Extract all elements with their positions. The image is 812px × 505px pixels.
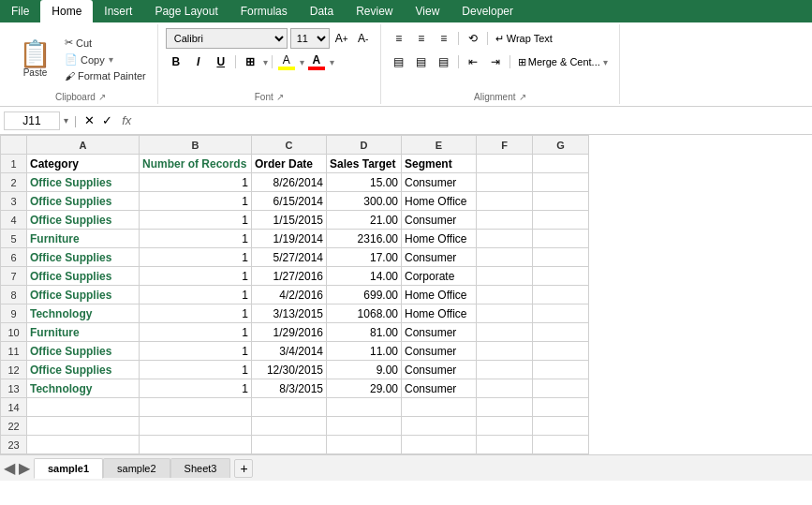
cell-a1[interactable]: Category	[27, 155, 140, 173]
row-number-1[interactable]: 1	[1, 155, 27, 173]
cell-empty-22-2[interactable]	[252, 417, 327, 436]
cell-d7[interactable]: 14.00	[327, 267, 402, 286]
fill-color-dropdown[interactable]: ▾	[300, 57, 304, 67]
cell-a7[interactable]: Office Supplies	[27, 267, 140, 286]
cell-g6[interactable]	[533, 248, 589, 267]
cell-b5[interactable]: 1	[140, 230, 252, 248]
col-header-c[interactable]: C	[252, 136, 327, 155]
row-number-7[interactable]: 7	[1, 267, 27, 286]
col-header-b[interactable]: B	[140, 136, 252, 155]
col-header-f[interactable]: F	[477, 136, 533, 155]
cell-e5[interactable]: Home Office	[402, 230, 477, 248]
cell-d8[interactable]: 699.00	[327, 286, 402, 304]
cell-a13[interactable]: Technology	[27, 379, 140, 398]
indent-decrease-button[interactable]: ⇤	[463, 52, 483, 72]
cell-b10[interactable]: 1	[140, 323, 252, 342]
cell-c8[interactable]: 4/2/2016	[252, 286, 327, 304]
row-number-9[interactable]: 9	[1, 304, 27, 323]
cell-g11[interactable]	[533, 342, 589, 361]
sheet-tab-sample2[interactable]: sample2	[103, 458, 170, 478]
font-color-dropdown[interactable]: ▾	[330, 57, 334, 67]
cell-c2[interactable]: 8/26/2014	[252, 173, 327, 192]
align-left-button[interactable]: ▤	[389, 52, 409, 72]
cell-empty-14-6[interactable]	[533, 398, 589, 417]
cell-b6[interactable]: 1	[140, 248, 252, 267]
font-size-increase-button[interactable]: A+	[332, 29, 351, 48]
alignment-expand-icon[interactable]: ↗	[519, 92, 526, 102]
row-number-11[interactable]: 11	[1, 342, 27, 361]
cell-ref-dropdown[interactable]: ▾	[64, 115, 68, 126]
cell-d12[interactable]: 9.00	[327, 361, 402, 379]
cell-empty-14-2[interactable]	[252, 398, 327, 417]
cell-d1[interactable]: Sales Target	[327, 155, 402, 173]
cell-c11[interactable]: 3/4/2014	[252, 342, 327, 361]
formula-input[interactable]	[139, 114, 808, 127]
cell-c7[interactable]: 1/27/2016	[252, 267, 327, 286]
sheet-tab-sheet3[interactable]: Sheet3	[170, 458, 231, 478]
cell-g1[interactable]	[533, 155, 589, 173]
cell-empty-22-1[interactable]	[140, 417, 252, 436]
col-header-a[interactable]: A	[27, 136, 140, 155]
cell-a4[interactable]: Office Supplies	[27, 211, 140, 230]
cell-g2[interactable]	[533, 173, 589, 192]
ribbon-tab-review[interactable]: Review	[345, 0, 404, 22]
cell-g13[interactable]	[533, 379, 589, 398]
cell-d5[interactable]: 2316.00	[327, 230, 402, 248]
align-top-left-button[interactable]: ≡	[389, 28, 409, 49]
border-button[interactable]: ⊞	[240, 52, 260, 72]
row-number-23[interactable]: 23	[1, 436, 27, 454]
ribbon-tab-view[interactable]: View	[405, 0, 451, 22]
cell-a8[interactable]: Office Supplies	[27, 286, 140, 304]
cell-e6[interactable]: Consumer	[402, 248, 477, 267]
row-number-6[interactable]: 6	[1, 248, 27, 267]
row-number-5[interactable]: 5	[1, 230, 27, 248]
cell-empty-23-5[interactable]	[477, 436, 533, 454]
col-header-g[interactable]: G	[533, 136, 589, 155]
cell-d10[interactable]: 81.00	[327, 323, 402, 342]
cell-b2[interactable]: 1	[140, 173, 252, 192]
cell-d9[interactable]: 1068.00	[327, 304, 402, 323]
cell-empty-23-0[interactable]	[27, 436, 140, 454]
row-number-2[interactable]: 2	[1, 173, 27, 192]
cell-empty-14-1[interactable]	[140, 398, 252, 417]
cell-g4[interactable]	[533, 211, 589, 230]
cell-f6[interactable]	[477, 248, 533, 267]
cell-f8[interactable]	[477, 286, 533, 304]
cell-e7[interactable]: Corporate	[402, 267, 477, 286]
cell-b1[interactable]: Number of Records	[140, 155, 252, 173]
row-number-10[interactable]: 10	[1, 323, 27, 342]
cell-g5[interactable]	[533, 230, 589, 248]
cell-empty-14-4[interactable]	[402, 398, 477, 417]
cell-f4[interactable]	[477, 211, 533, 230]
indent-increase-button[interactable]: ⇥	[485, 52, 506, 72]
cell-e11[interactable]: Consumer	[402, 342, 477, 361]
sheet-tab-sample1[interactable]: sample1	[34, 458, 103, 479]
row-number-13[interactable]: 13	[1, 379, 27, 398]
row-number-22[interactable]: 22	[1, 417, 27, 436]
cell-c6[interactable]: 5/27/2014	[252, 248, 327, 267]
cell-c4[interactable]: 1/15/2015	[252, 211, 327, 230]
cell-b12[interactable]: 1	[140, 361, 252, 379]
row-number-12[interactable]: 12	[1, 361, 27, 379]
cell-a11[interactable]: Office Supplies	[27, 342, 140, 361]
cell-g7[interactable]	[533, 267, 589, 286]
paste-button[interactable]: 📋 Paste	[11, 31, 59, 87]
cell-f3[interactable]	[477, 192, 533, 211]
merge-center-button[interactable]: ⊞ Merge & Cent... ▾	[514, 54, 612, 70]
cell-d11[interactable]: 11.00	[327, 342, 402, 361]
font-name-select[interactable]: Calibri	[166, 28, 288, 49]
formula-cancel-icon[interactable]: ✕	[82, 113, 96, 127]
ribbon-tab-formulas[interactable]: Formulas	[229, 0, 299, 22]
cell-c12[interactable]: 12/30/2015	[252, 361, 327, 379]
cell-g10[interactable]	[533, 323, 589, 342]
align-right-button[interactable]: ▤	[434, 52, 454, 72]
cell-c9[interactable]: 3/13/2015	[252, 304, 327, 323]
cell-a6[interactable]: Office Supplies	[27, 248, 140, 267]
cell-e1[interactable]: Segment	[402, 155, 477, 173]
cell-empty-23-3[interactable]	[327, 436, 402, 454]
fill-color-button[interactable]: A	[276, 52, 297, 71]
cell-empty-14-3[interactable]	[327, 398, 402, 417]
text-direction-button[interactable]: ⟲	[463, 28, 483, 49]
cell-g3[interactable]	[533, 192, 589, 211]
cell-b3[interactable]: 1	[140, 192, 252, 211]
